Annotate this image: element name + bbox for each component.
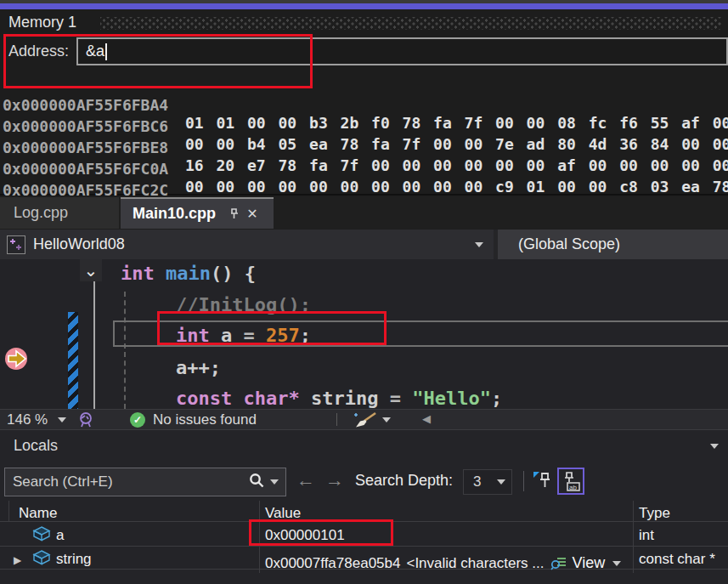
column-header-value[interactable]: Value — [265, 505, 301, 522]
variable-type: int — [639, 527, 654, 544]
text-cursor — [105, 43, 107, 60]
code-line[interactable]: const char* string = "Hello"; — [0, 388, 728, 409]
address-input-value: &a — [86, 43, 104, 60]
memory-hex-grid[interactable]: 0x000000AF55F6FBA4 01 01 00 00 b3 2b f0 … — [0, 69, 728, 196]
tab-label: Log.cpp — [14, 204, 68, 222]
tab-log-cpp[interactable]: Log.cpp — [0, 197, 119, 229]
cpp-project-icon — [7, 235, 25, 254]
search-depth-label: Search Depth: — [355, 472, 453, 490]
zoom-level-dropdown[interactable]: 146 % — [7, 411, 48, 428]
search-input[interactable] — [5, 473, 248, 490]
window-menu-chevron-icon[interactable] — [710, 444, 719, 449]
search-icon[interactable] — [248, 472, 265, 492]
memory-row[interactable]: 0x000000AF55F6FBA4 01 01 00 00 b3 2b f0 … — [0, 78, 728, 99]
memory-panel: Memory 1 Address: &a 0x000000AF55F6FBA4 … — [0, 9, 728, 196]
chevron-down-icon[interactable] — [382, 417, 391, 422]
variable-value[interactable]: 0x00000101 — [265, 527, 345, 544]
code-editor[interactable]: ⌄ int main() { //InitLog(); int a = 257;… — [0, 259, 728, 409]
scope-name: (Global Scope) — [518, 235, 620, 253]
project-name: HelloWorld08 — [33, 235, 125, 253]
memory-address-row: Address: &a — [0, 37, 728, 67]
table-divider — [0, 521, 728, 522]
value-hex: 0x00007ffa78ea05b4 — [265, 555, 400, 572]
chevron-down-icon[interactable] — [612, 561, 621, 566]
visualizer-icon[interactable] — [550, 556, 567, 571]
memory-panel-title: Memory 1 — [8, 14, 76, 31]
address-input[interactable]: &a — [76, 37, 728, 65]
search-depth-select[interactable]: 3 — [463, 469, 512, 495]
variable-type: const char * — [639, 551, 715, 568]
code-line[interactable]: int a = 257; — [0, 325, 728, 346]
memory-row[interactable]: 0x000000AF55F6FC2C fa 7f 00 00 50 ae 07 … — [0, 163, 728, 184]
editor-navigation-bar: HelloWorld08 (Global Scope) — [0, 230, 728, 259]
chevron-down-icon[interactable] — [270, 479, 279, 485]
pin-filter-icon[interactable] — [532, 469, 554, 496]
variable-icon — [32, 549, 51, 570]
pin-icon[interactable] — [224, 205, 243, 224]
variable-value[interactable]: 0x00007ffa78ea05b4 <Invalid characters .… — [265, 554, 621, 572]
view-dropdown[interactable]: View — [573, 554, 606, 572]
table-divider — [0, 546, 728, 547]
toolbar-separator — [523, 471, 524, 491]
column-header-name[interactable]: Name — [19, 505, 57, 522]
memory-row[interactable]: 0x000000AF55F6FC0A 00 00 00 00 00 00 00 … — [0, 142, 728, 163]
back-arrow-icon[interactable]: ← — [296, 469, 315, 491]
memory-row[interactable]: 0x000000AF55F6FC4E 00 00 f0 2f 94 99 c9 … — [0, 184, 728, 196]
titlebar-accent-bar — [0, 3, 728, 9]
document-tabbar: Log.cpp Main10.cpp ✕ — [0, 197, 728, 229]
svg-text:ab: ab — [569, 484, 577, 491]
chevron-down-icon — [497, 479, 505, 485]
memory-row[interactable]: 0x000000AF55F6FBC6 00 00 b4 05 ea 78 fa … — [0, 99, 728, 121]
check-circle-icon: ✓ — [130, 412, 145, 428]
editor-status-bar: 146 % ✓ No issues found ◀ — [0, 409, 728, 429]
pin-values-toggle-icon[interactable]: ab — [557, 468, 584, 495]
expander-icon[interactable]: ▶ — [14, 554, 21, 566]
chevron-down-icon[interactable] — [58, 417, 66, 422]
tab-main10-cpp[interactable]: Main10.cpp ✕ — [121, 197, 274, 229]
locals-panel-title: Locals — [14, 437, 58, 455]
memory-row[interactable]: 0x000000AF55F6FBE8 16 20 e7 78 fa 7f 00 … — [0, 121, 728, 142]
code-line[interactable]: //InitLog(); — [0, 294, 728, 315]
column-divider[interactable] — [259, 501, 260, 573]
close-icon[interactable]: ✕ — [243, 205, 262, 224]
chevron-down-icon — [475, 242, 483, 247]
locals-panel: Locals ← → Search Depth: 3 — [0, 429, 728, 584]
scope-dropdown[interactable]: (Global Scope) — [498, 230, 728, 259]
value-note: <Invalid characters ... — [406, 555, 544, 572]
locals-search-box[interactable] — [4, 468, 286, 496]
variable-name[interactable]: a — [56, 527, 64, 544]
column-divider — [8, 501, 9, 521]
panel-drag-grip[interactable] — [100, 17, 722, 30]
variable-name[interactable]: string — [56, 551, 92, 568]
code-line[interactable]: a++; — [0, 357, 728, 378]
forward-arrow-icon[interactable]: → — [325, 469, 344, 491]
status-separator — [336, 413, 337, 426]
project-dropdown[interactable]: HelloWorld08 — [0, 230, 494, 259]
column-header-type[interactable]: Type — [639, 505, 670, 522]
address-label: Address: — [8, 43, 69, 60]
issues-status-text: No issues found — [153, 411, 257, 428]
column-divider[interactable] — [633, 501, 634, 573]
tab-label: Main10.cpp — [133, 205, 216, 223]
code-line[interactable]: int main() { — [0, 263, 728, 284]
variable-icon — [32, 525, 51, 546]
scroll-left-icon[interactable]: ◀ — [422, 412, 431, 425]
visual-studio-window: Memory 1 Address: &a 0x000000AF55F6FBA4 … — [0, 0, 728, 584]
search-depth-value: 3 — [464, 473, 497, 490]
